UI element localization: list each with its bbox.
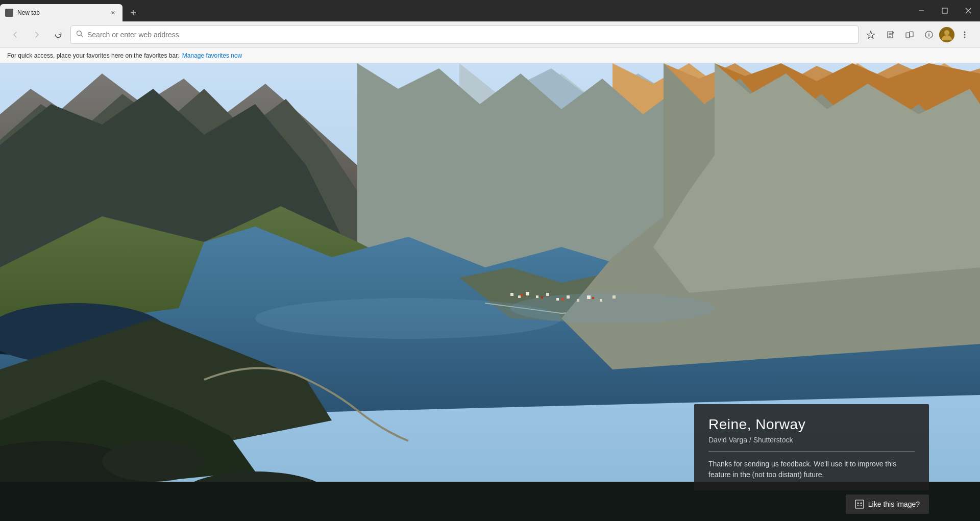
svg-rect-47 [526, 292, 529, 295]
svg-rect-14 [910, 32, 913, 37]
search-icon [76, 30, 83, 39]
svg-rect-48 [536, 295, 538, 298]
tab-strip: New tab ✕ [0, 0, 910, 21]
tab-favicon [5, 9, 13, 17]
profile-avatar[interactable] [939, 27, 954, 42]
tab-close-button[interactable]: ✕ [108, 8, 117, 17]
svg-rect-1 [10, 10, 12, 12]
page-content: Reine, Norway David Varga / Shutterstock… [0, 63, 980, 521]
favorites-button[interactable] [862, 26, 880, 44]
forward-button[interactable] [28, 26, 46, 44]
title-bar: New tab ✕ [0, 0, 980, 21]
svg-rect-57 [541, 296, 543, 299]
new-tab-button[interactable] [125, 4, 142, 21]
minimize-button[interactable] [910, 0, 933, 21]
svg-point-65 [857, 503, 859, 504]
svg-rect-59 [592, 297, 594, 299]
feedback-text: Thanks for sending us feedback. We'll us… [708, 459, 915, 480]
svg-rect-50 [556, 298, 559, 301]
svg-rect-2 [7, 13, 9, 15]
photographer-credit: David Varga / Shutterstock [708, 436, 915, 444]
svg-point-18 [944, 30, 949, 35]
svg-rect-45 [510, 293, 513, 296]
location-title: Reine, Norway [708, 416, 915, 433]
close-button[interactable] [957, 0, 980, 21]
back-button[interactable] [6, 26, 24, 44]
manage-favorites-link[interactable]: Manage favorites now [182, 52, 242, 59]
svg-point-20 [964, 34, 966, 35]
refresh-button[interactable] [49, 26, 67, 44]
svg-point-19 [964, 31, 966, 33]
svg-point-66 [860, 503, 862, 504]
svg-rect-46 [518, 295, 521, 298]
favorites-bar-message: For quick access, place your favorites h… [7, 52, 179, 59]
svg-rect-51 [567, 295, 570, 299]
svg-rect-52 [577, 299, 579, 302]
svg-rect-64 [855, 500, 864, 508]
svg-rect-13 [906, 33, 910, 38]
like-button-label: Like this image? [868, 500, 920, 508]
like-image-button[interactable]: Like this image? [846, 494, 929, 514]
nav-bar [0, 21, 980, 48]
svg-rect-54 [600, 299, 602, 302]
svg-point-62 [102, 441, 204, 482]
tab-title: New tab [17, 9, 104, 16]
collections-button[interactable] [900, 26, 919, 44]
active-tab[interactable]: New tab ✕ [0, 4, 122, 21]
svg-line-9 [81, 35, 83, 37]
card-divider [708, 451, 915, 452]
svg-rect-56 [521, 294, 523, 296]
svg-rect-0 [7, 10, 9, 12]
svg-rect-55 [612, 295, 616, 299]
svg-rect-5 [942, 8, 947, 13]
address-bar[interactable] [70, 26, 859, 44]
svg-point-21 [964, 36, 966, 38]
toolbar-icons [862, 26, 974, 44]
feedback-button[interactable] [920, 26, 938, 44]
svg-point-16 [928, 33, 929, 34]
maximize-button[interactable] [933, 0, 957, 21]
svg-rect-58 [561, 298, 564, 301]
svg-rect-49 [546, 293, 549, 296]
info-card: Reine, Norway David Varga / Shutterstock… [694, 404, 929, 490]
window-controls [910, 0, 980, 21]
svg-rect-53 [587, 295, 591, 299]
svg-rect-3 [10, 13, 12, 15]
more-options-button[interactable] [955, 26, 974, 44]
reading-list-button[interactable] [881, 26, 899, 44]
favorites-bar: For quick access, place your favorites h… [0, 48, 980, 63]
address-input[interactable] [87, 31, 853, 39]
